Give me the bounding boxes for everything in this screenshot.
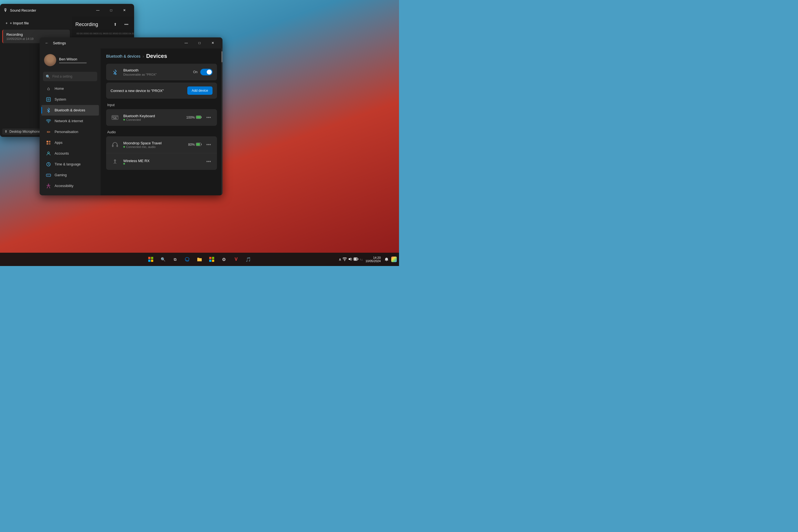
settings-main: Bluetooth & devices › Devices Bluetooth: [100, 49, 223, 195]
add-device-row: Connect a new device to "PROX" Add devic…: [106, 82, 217, 99]
sr-minimize-button[interactable]: —: [92, 6, 104, 15]
sidebar-item-apps[interactable]: Apps: [41, 137, 99, 148]
settings-close-button[interactable]: ✕: [206, 39, 219, 48]
taskbar-audio-button[interactable]: 🎵: [243, 254, 254, 265]
moondrop-device-row[interactable]: Moondrop Space Travel Connected mic, aud…: [106, 136, 217, 153]
taskbar-settings-button[interactable]: ⚙: [218, 254, 229, 265]
svg-rect-18: [116, 116, 116, 117]
taskbar-wifi-icon[interactable]: [342, 257, 347, 262]
taskbar-store-button[interactable]: [206, 254, 217, 265]
bluetooth-toggle[interactable]: [200, 69, 212, 75]
settings-minimize-button[interactable]: —: [180, 39, 193, 48]
keyboard-more-button[interactable]: •••: [205, 114, 212, 121]
breadcrumb-current: Devices: [146, 53, 167, 59]
svg-rect-40: [209, 260, 211, 262]
sidebar-item-network[interactable]: Network & internet: [41, 116, 99, 126]
settings-search-input[interactable]: [52, 75, 94, 78]
settings-titlebar: ← Settings — □ ✕: [40, 37, 223, 49]
settings-sidebar: Ben Wilson 🔍 ⌂ Home System: [40, 49, 100, 195]
taskbar-taskview-button[interactable]: ⧉: [170, 254, 180, 265]
taskbar-battery-icon[interactable]: [354, 257, 359, 262]
sidebar-item-bluetooth[interactable]: Bluetooth & devices: [41, 105, 99, 116]
accessibility-icon: [46, 183, 51, 189]
svg-rect-31: [196, 143, 200, 146]
keyboard-device-row[interactable]: Bluetooth Keyboard Connected 100%: [106, 109, 217, 126]
svg-rect-27: [201, 116, 202, 118]
wireless-me-device-info: Wireless ME RX: [123, 159, 201, 165]
taskbar-edge-button[interactable]: [182, 254, 193, 265]
home-icon: ⌂: [46, 86, 51, 92]
user-info: Ben Wilson: [59, 57, 96, 63]
taskbar-chevron-icon[interactable]: ∧: [339, 257, 341, 262]
moondrop-device-action: 80% •••: [188, 141, 212, 149]
bluetooth-status-label: On: [193, 70, 197, 74]
settings-body: Ben Wilson 🔍 ⌂ Home System: [40, 49, 223, 195]
taskbar-windows-button[interactable]: [145, 254, 156, 265]
sr-titlebar: 🎙 Sound Recorder — □ ✕: [0, 4, 134, 17]
moondrop-more-button[interactable]: •••: [205, 141, 212, 149]
svg-rect-41: [212, 260, 214, 262]
sr-recording-name: Recording: [6, 33, 66, 37]
moondrop-battery-icon: [196, 143, 202, 147]
sr-more-button[interactable]: •••: [122, 20, 131, 29]
moondrop-status: Connected mic, audio: [123, 145, 184, 149]
sr-header-actions: ⬆ •••: [111, 20, 131, 29]
sidebar-item-personalisation[interactable]: ✏ Personalisation: [41, 127, 99, 137]
breadcrumb-parent[interactable]: Bluetooth & devices: [106, 54, 140, 58]
settings-scrollbar[interactable]: [222, 49, 223, 195]
sidebar-item-accounts-label: Accounts: [55, 152, 69, 155]
wireless-me-more-button[interactable]: •••: [205, 158, 212, 166]
settings-search-box[interactable]: 🔍: [43, 72, 97, 81]
taskbar-search-button[interactable]: 🔍: [157, 254, 169, 265]
sidebar-item-home[interactable]: ⌂ Home: [41, 83, 99, 94]
taskbar-color-palette[interactable]: [391, 256, 397, 262]
sidebar-item-system[interactable]: System: [41, 94, 99, 105]
sidebar-item-gaming[interactable]: Gaming: [41, 170, 99, 180]
keyboard-battery: 100%: [186, 116, 202, 120]
toggle-thumb: [207, 70, 212, 75]
breadcrumb-separator: ›: [143, 54, 144, 58]
sidebar-item-accessibility[interactable]: Accessibility: [41, 180, 99, 191]
sidebar-item-time[interactable]: Time & language: [41, 159, 99, 170]
keyboard-icon: [111, 113, 119, 122]
svg-rect-45: [358, 259, 358, 260]
sidebar-item-accounts[interactable]: Accounts: [41, 148, 99, 159]
svg-rect-15: [113, 116, 114, 117]
settings-user[interactable]: Ben Wilson: [40, 51, 100, 70]
add-device-button[interactable]: Add device: [187, 87, 212, 95]
taskbar-system-icons: ∧: [339, 257, 363, 262]
taskbar-volume-icon[interactable]: [348, 257, 353, 262]
wireless-me-device-row[interactable]: Wireless ME RX •••: [106, 153, 217, 170]
sr-share-button[interactable]: ⬆: [111, 20, 120, 29]
sr-close-button[interactable]: ✕: [118, 6, 131, 15]
headphones-icon: [111, 140, 119, 149]
svg-rect-28: [112, 145, 113, 147]
taskbar-explorer-button[interactable]: [194, 254, 205, 265]
sr-title: Sound Recorder: [10, 8, 89, 13]
taskbar-clock[interactable]: 14:20 10/05/2024: [364, 255, 382, 263]
sr-import-icon: +: [5, 21, 8, 25]
svg-rect-17: [115, 116, 115, 117]
svg-rect-39: [212, 257, 214, 259]
sr-import-button[interactable]: + + Import file: [2, 19, 70, 27]
moondrop-connected-dot: [123, 146, 125, 148]
taskbar-right: ∧: [339, 253, 397, 266]
sr-maximize-button[interactable]: □: [105, 6, 117, 15]
settings-maximize-button[interactable]: □: [193, 39, 206, 48]
svg-point-10: [49, 175, 50, 175]
keyboard-connected-text: Connected: [126, 118, 141, 121]
wireless-me-device-action: •••: [205, 158, 212, 166]
bluetooth-title: Bluetooth: [123, 68, 189, 72]
svg-rect-35: [151, 257, 153, 259]
settings-back-button[interactable]: ←: [43, 39, 51, 47]
apps-icon: [46, 140, 51, 146]
user-avatar-image: [44, 54, 56, 66]
sr-recording-date: 10/05/2024 at 14:19: [6, 37, 34, 40]
user-bar: [59, 62, 87, 63]
moondrop-device-info: Moondrop Space Travel Connected mic, aud…: [123, 141, 184, 149]
settings-window: ← Settings — □ ✕ Ben Wilson 🔍: [40, 37, 223, 195]
accounts-icon: [46, 151, 51, 156]
taskbar-vivaldi-button[interactable]: V: [230, 254, 242, 265]
sidebar-item-accessibility-label: Accessibility: [55, 184, 73, 188]
taskbar-notifications-button[interactable]: [383, 257, 390, 262]
